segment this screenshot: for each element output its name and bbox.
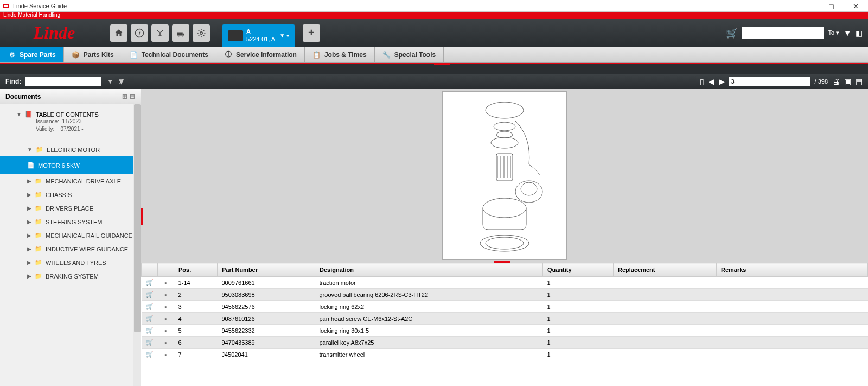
clear-filter-icon[interactable]: ▼̸	[119, 78, 124, 85]
table-row[interactable]: 🛒 ▪ 1-14 0009761661 traction motor 1	[142, 277, 868, 289]
layout-icon[interactable]: ▤	[856, 77, 863, 86]
to-dropdown[interactable]: To ▾	[828, 29, 839, 36]
expand-tree-icon[interactable]: ⊞	[122, 93, 127, 100]
sidebar-item-electric-motor[interactable]: ▼ 📁 ELECTRIC MOTOR	[0, 143, 141, 156]
info-button[interactable]: i	[131, 24, 148, 42]
sidebar-item-drivers-place[interactable]: ▶ 📁 DRIVERS PLACE	[0, 201, 141, 215]
cell-pos: 5	[174, 325, 218, 337]
brand-strip: Linde Material Handling	[0, 12, 868, 18]
prev-page-button[interactable]: ◀	[709, 77, 714, 86]
exploded-diagram[interactable]	[442, 91, 567, 260]
cart-row-icon[interactable]: 🛒	[142, 289, 158, 301]
cell-quantity: 1	[543, 349, 614, 360]
minimize-button[interactable]: —	[795, 0, 819, 12]
col-part-number[interactable]: Part Number	[218, 263, 315, 277]
filter-find-icon[interactable]: ▼	[107, 78, 113, 85]
cart-row-icon[interactable]: 🛒	[142, 301, 158, 313]
sidebar-item-chassis[interactable]: ▶ 📁 CHASSIS	[0, 188, 141, 201]
table-row[interactable]: 🛒 ▪ 4 9087610126 pan head screw CE-M6x12…	[142, 313, 868, 325]
scrollbar-thumb[interactable]	[134, 104, 141, 332]
close-button[interactable]: ✕	[844, 0, 868, 12]
sidebar-item-steering-system[interactable]: ▶ 📁 STEERING SYSTEM	[0, 215, 141, 229]
sidebar-item-braking-system[interactable]: ▶ 📁 BRAKING SYSTEM	[0, 269, 141, 283]
truck-button[interactable]	[172, 24, 189, 42]
cell-pos: 1-14	[174, 277, 218, 289]
filter-icon[interactable]: ▼	[844, 29, 851, 37]
cell-pos: 2	[174, 289, 218, 301]
sidebar-item-inductive-wire-guidance[interactable]: ▶ 📁 INDUCTIVE WIRE GUIDANCE	[0, 242, 141, 256]
book-icon[interactable]: ▯	[700, 77, 704, 86]
table-row[interactable]: 🛒 ▪ 6 9470435389 parallel key A8x7x25 1	[142, 337, 868, 349]
table-row[interactable]: 🛒 ▪ 7 J4502041 transmitter wheel 1	[142, 349, 868, 360]
note-row-icon[interactable]: ▪	[158, 301, 174, 313]
tab-technical-documents[interactable]: 📄 Technical Documents	[122, 47, 216, 62]
add-tab-button[interactable]: +	[303, 24, 320, 42]
gear-button[interactable]	[193, 24, 210, 42]
sidebar-scrollbar[interactable]	[133, 104, 141, 386]
cell-designation: pan head screw CE-M6x12-St-A2C	[315, 313, 543, 325]
cell-part-number: J4502041	[218, 349, 315, 360]
main-area: Pos. Part Number Designation Quantity Re…	[141, 89, 868, 386]
tools-button[interactable]	[151, 24, 169, 42]
tab-parts-kits[interactable]: 📦 Parts Kits	[64, 47, 122, 62]
note-row-icon[interactable]: ▪	[158, 277, 174, 289]
note-row-icon[interactable]: ▪	[158, 337, 174, 349]
sidebar-item-motor-65kw[interactable]: 📄 MOTOR 6,5KW	[0, 156, 141, 174]
sidebar-item-mechanical-rail-guidance[interactable]: ▶ 📁 MECHANICAL RAIL GUIDANCE	[0, 229, 141, 242]
sidebar-item-wheels-tyres[interactable]: ▶ 📁 WHEELS AND TYRES	[0, 256, 141, 269]
model-tab[interactable]: A 5224-01, A ▼ ▾	[222, 24, 295, 47]
toc-title[interactable]: TABLE OF CONTENTS	[36, 111, 99, 118]
note-row-icon[interactable]: ▪	[158, 349, 174, 360]
sidebar: Documents ⊞ ⊟ ▼ 📕 TABLE OF CONTENTS Issu…	[0, 89, 141, 386]
cell-designation: grooved ball bearing 6206-2RS-C3-HT22	[315, 289, 543, 301]
col-pos[interactable]: Pos.	[174, 263, 218, 277]
print-icon[interactable]: 🖨	[832, 77, 840, 86]
search-input[interactable]	[742, 27, 824, 39]
sidebar-item-mechanical-drive-axle[interactable]: ▶ 📁 MECHANICAL DRIVE AXLE	[0, 174, 141, 188]
document-tree: ▼ 📕 TABLE OF CONTENTS Issuance: 11/2023 …	[0, 104, 141, 386]
table-row[interactable]: 🛒 ▪ 3 9456622576 locking ring 62x2 1	[142, 301, 868, 313]
tab-jobs-times[interactable]: 📋 Jobs & Times	[305, 47, 375, 62]
col-remarks[interactable]: Remarks	[717, 263, 868, 277]
tab-label: Jobs & Times	[324, 51, 367, 59]
filter-dropdown-icon[interactable]: ▼ ▾	[279, 33, 289, 39]
svg-point-6	[178, 35, 180, 36]
svg-point-12	[491, 137, 518, 148]
cart-row-icon[interactable]: 🛒	[142, 325, 158, 337]
table-row[interactable]: 🛒 ▪ 2 9503083698 grooved ball bearing 62…	[142, 289, 868, 301]
window-titlebar: Linde Service Guide — ◻ ✕	[0, 0, 868, 12]
note-row-icon[interactable]: ▪	[158, 313, 174, 325]
header-toolbar: Linde i A 5224-01, A ▼ ▾ + 🛒 To ▾ ▼ ◧	[0, 18, 868, 47]
home-button[interactable]	[110, 24, 127, 42]
note-row-icon[interactable]: ▪	[158, 325, 174, 337]
tab-label: Technical Documents	[142, 51, 208, 59]
note-row-icon[interactable]: ▪	[158, 289, 174, 301]
cart-row-icon[interactable]: 🛒	[142, 313, 158, 325]
find-input[interactable]	[25, 77, 101, 86]
cell-pos: 4	[174, 313, 218, 325]
next-page-button[interactable]: ▶	[719, 77, 725, 86]
jobs-icon: 📋	[312, 50, 321, 59]
tab-spare-parts[interactable]: ⚙ Spare Parts	[0, 47, 64, 62]
col-designation[interactable]: Designation	[315, 263, 543, 277]
cell-remarks	[717, 289, 868, 301]
page-input[interactable]	[729, 77, 810, 86]
cell-designation: parallel key A8x7x25	[315, 337, 543, 349]
cart-row-icon[interactable]: 🛒	[142, 337, 158, 349]
maximize-button[interactable]: ◻	[819, 0, 844, 12]
collapse-tree-icon[interactable]: ⊟	[130, 93, 135, 100]
cart-row-icon[interactable]: 🛒	[142, 277, 158, 289]
cell-designation: traction motor	[315, 277, 543, 289]
cell-quantity: 1	[543, 337, 614, 349]
col-replacement[interactable]: Replacement	[614, 263, 717, 277]
tab-special-tools[interactable]: 🔧 Special Tools	[375, 47, 444, 62]
cart-row-icon[interactable]: 🛒	[142, 349, 158, 360]
tab-service-information[interactable]: ⓘ Service Information	[216, 47, 305, 62]
cell-remarks	[717, 277, 868, 289]
fit-icon[interactable]: ▣	[844, 77, 851, 86]
svg-point-20	[521, 182, 537, 195]
table-row[interactable]: 🛒 ▪ 5 9455622332 locking ring 30x1,5 1	[142, 325, 868, 337]
cart-icon[interactable]: 🛒	[726, 27, 738, 39]
truck-right-icon[interactable]: ◧	[856, 29, 863, 37]
col-quantity[interactable]: Quantity	[543, 263, 614, 277]
